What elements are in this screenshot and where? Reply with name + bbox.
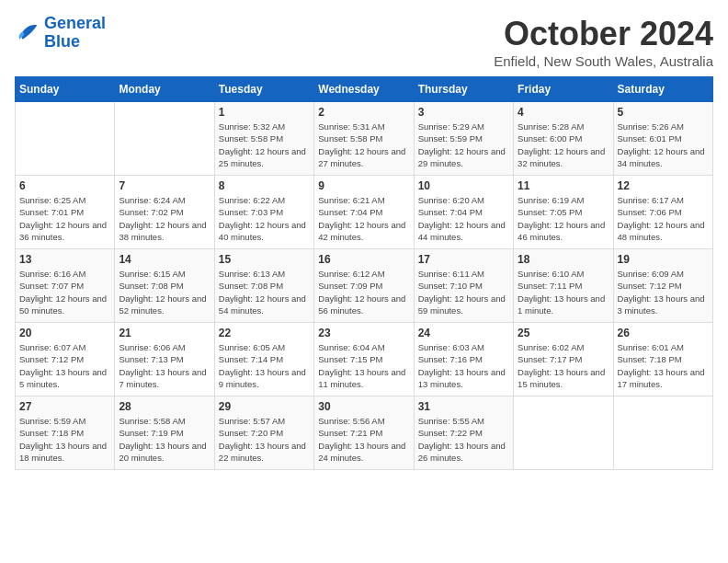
calendar-cell: 9 Sunrise: 6:21 AMSunset: 7:04 PMDayligh… [314,176,414,249]
day-detail: Sunrise: 5:29 AMSunset: 5:59 PMDaylight:… [418,121,509,169]
calendar-cell: 8 Sunrise: 6:22 AMSunset: 7:03 PMDayligh… [214,176,313,249]
calendar-cell [16,102,115,176]
calendar-cell [514,396,613,470]
day-detail: Sunrise: 6:10 AMSunset: 7:11 PMDaylight:… [518,268,609,316]
calendar-cell: 27 Sunrise: 5:59 AMSunset: 7:18 PMDaylig… [16,396,115,470]
day-number: 24 [418,327,509,339]
calendar-cell: 29 Sunrise: 5:57 AMSunset: 7:20 PMDaylig… [214,396,313,470]
logo-text: General Blue [44,15,106,52]
header-tuesday: Tuesday [214,77,313,102]
day-number: 5 [618,106,709,119]
calendar-cell: 30 Sunrise: 5:56 AMSunset: 7:21 PMDaylig… [314,396,414,470]
calendar-cell: 2 Sunrise: 5:31 AMSunset: 5:58 PMDayligh… [314,102,414,176]
day-number: 31 [418,400,509,413]
header-wednesday: Wednesday [314,77,414,102]
day-detail: Sunrise: 6:13 AMSunset: 7:08 PMDaylight:… [219,268,310,316]
day-number: 13 [19,253,110,266]
day-number: 4 [518,106,609,119]
day-number: 20 [19,327,110,339]
calendar-cell: 12 Sunrise: 6:17 AMSunset: 7:06 PMDaylig… [613,176,712,249]
day-number: 22 [219,327,310,339]
calendar-cell [613,396,712,470]
day-detail: Sunrise: 6:21 AMSunset: 7:04 PMDaylight:… [318,194,409,243]
calendar-cell: 28 Sunrise: 5:58 AMSunset: 7:19 PMDaylig… [115,396,214,470]
day-detail: Sunrise: 6:03 AMSunset: 7:16 PMDaylight:… [418,341,509,390]
calendar-cell: 22 Sunrise: 6:05 AMSunset: 7:14 PMDaylig… [214,323,313,396]
day-detail: Sunrise: 6:17 AMSunset: 7:06 PMDaylight:… [618,194,709,243]
location: Enfield, New South Wales, Australia [494,53,713,69]
header-sunday: Sunday [16,77,115,102]
calendar-cell: 25 Sunrise: 6:02 AMSunset: 7:17 PMDaylig… [514,323,613,396]
header-friday: Friday [514,77,613,102]
calendar-cell: 10 Sunrise: 6:20 AMSunset: 7:04 PMDaylig… [414,176,513,249]
day-number: 27 [19,400,110,413]
day-detail: Sunrise: 6:06 AMSunset: 7:13 PMDaylight:… [119,341,210,390]
day-number: 18 [518,253,609,266]
day-number: 1 [219,106,310,119]
day-detail: Sunrise: 5:28 AMSunset: 6:00 PMDaylight:… [518,121,609,169]
day-detail: Sunrise: 5:31 AMSunset: 5:58 PMDaylight:… [318,121,409,169]
calendar-week-3: 20 Sunrise: 6:07 AMSunset: 7:12 PMDaylig… [16,323,713,396]
day-detail: Sunrise: 6:07 AMSunset: 7:12 PMDaylight:… [19,341,110,390]
calendar-cell: 24 Sunrise: 6:03 AMSunset: 7:16 PMDaylig… [414,323,513,396]
day-detail: Sunrise: 6:12 AMSunset: 7:09 PMDaylight:… [318,268,409,316]
calendar-cell: 11 Sunrise: 6:19 AMSunset: 7:05 PMDaylig… [514,176,613,249]
logo: General Blue [15,15,106,52]
day-detail: Sunrise: 6:02 AMSunset: 7:17 PMDaylight:… [518,341,609,390]
day-number: 12 [618,179,709,192]
day-detail: Sunrise: 6:16 AMSunset: 7:07 PMDaylight:… [19,268,110,316]
day-detail: Sunrise: 6:09 AMSunset: 7:12 PMDaylight:… [618,268,709,316]
calendar-week-0: 1 Sunrise: 5:32 AMSunset: 5:58 PMDayligh… [16,102,713,176]
calendar-cell: 20 Sunrise: 6:07 AMSunset: 7:12 PMDaylig… [16,323,115,396]
header-saturday: Saturday [613,77,712,102]
calendar-cell: 7 Sunrise: 6:24 AMSunset: 7:02 PMDayligh… [115,176,214,249]
day-number: 17 [418,253,509,266]
day-number: 8 [219,179,310,192]
calendar-cell: 26 Sunrise: 6:01 AMSunset: 7:18 PMDaylig… [613,323,712,396]
day-detail: Sunrise: 5:59 AMSunset: 7:18 PMDaylight:… [19,415,110,464]
calendar-cell: 4 Sunrise: 5:28 AMSunset: 6:00 PMDayligh… [514,102,613,176]
calendar-cell: 23 Sunrise: 6:04 AMSunset: 7:15 PMDaylig… [314,323,414,396]
calendar-cell: 19 Sunrise: 6:09 AMSunset: 7:12 PMDaylig… [613,249,712,323]
day-number: 23 [318,327,409,339]
calendar-table: Sunday Monday Tuesday Wednesday Thursday… [15,76,713,470]
header-thursday: Thursday [414,77,513,102]
calendar-cell: 5 Sunrise: 5:26 AMSunset: 6:01 PMDayligh… [613,102,712,176]
day-detail: Sunrise: 6:01 AMSunset: 7:18 PMDaylight:… [618,341,709,390]
month-title: October 2024 [494,15,713,53]
day-detail: Sunrise: 6:05 AMSunset: 7:14 PMDaylight:… [219,341,310,390]
day-number: 2 [318,106,409,119]
day-number: 30 [318,400,409,413]
title-block: October 2024 Enfield, New South Wales, A… [494,15,713,69]
day-detail: Sunrise: 6:19 AMSunset: 7:05 PMDaylight:… [518,194,609,243]
day-number: 7 [119,179,210,192]
day-number: 21 [119,327,210,339]
calendar-cell: 18 Sunrise: 6:10 AMSunset: 7:11 PMDaylig… [514,249,613,323]
day-detail: Sunrise: 6:22 AMSunset: 7:03 PMDaylight:… [219,194,310,243]
calendar-cell [115,102,214,176]
calendar-cell: 3 Sunrise: 5:29 AMSunset: 5:59 PMDayligh… [414,102,513,176]
day-detail: Sunrise: 6:11 AMSunset: 7:10 PMDaylight:… [418,268,509,316]
day-number: 11 [518,179,609,192]
calendar-cell: 15 Sunrise: 6:13 AMSunset: 7:08 PMDaylig… [214,249,313,323]
day-number: 10 [418,179,509,192]
day-detail: Sunrise: 6:15 AMSunset: 7:08 PMDaylight:… [119,268,210,316]
day-number: 29 [219,400,310,413]
header-monday: Monday [115,77,214,102]
calendar-cell: 14 Sunrise: 6:15 AMSunset: 7:08 PMDaylig… [115,249,214,323]
day-detail: Sunrise: 5:55 AMSunset: 7:22 PMDaylight:… [418,415,509,464]
day-number: 26 [618,327,709,339]
day-detail: Sunrise: 5:32 AMSunset: 5:58 PMDaylight:… [219,121,310,169]
day-number: 16 [318,253,409,266]
calendar-week-2: 13 Sunrise: 6:16 AMSunset: 7:07 PMDaylig… [16,249,713,323]
day-number: 15 [219,253,310,266]
calendar-cell: 13 Sunrise: 6:16 AMSunset: 7:07 PMDaylig… [16,249,115,323]
day-detail: Sunrise: 6:20 AMSunset: 7:04 PMDaylight:… [418,194,509,243]
page-header: General Blue October 2024 Enfield, New S… [15,15,713,69]
day-number: 3 [418,106,509,119]
day-number: 19 [618,253,709,266]
day-detail: Sunrise: 5:56 AMSunset: 7:21 PMDaylight:… [318,415,409,464]
day-number: 25 [518,327,609,339]
calendar-week-1: 6 Sunrise: 6:25 AMSunset: 7:01 PMDayligh… [16,176,713,249]
calendar-cell: 31 Sunrise: 5:55 AMSunset: 7:22 PMDaylig… [414,396,513,470]
